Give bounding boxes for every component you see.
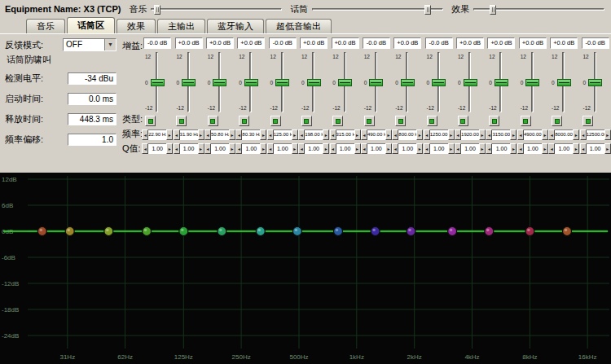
band-gain-input[interactable]: +0.0 dB bbox=[300, 37, 327, 49]
band-gain-slider[interactable]: 120-12 bbox=[548, 50, 579, 114]
band-q-input[interactable]: 1.00 bbox=[211, 143, 229, 154]
band-freq-input[interactable]: 8000.00 Hz bbox=[555, 129, 573, 140]
freq-decrement-button[interactable]: ◄ bbox=[267, 129, 274, 140]
band-gain-input[interactable]: +0.0 dB bbox=[519, 37, 547, 49]
q-decrement-button[interactable]: ◄ bbox=[235, 143, 242, 154]
q-decrement-button[interactable]: ◄ bbox=[455, 143, 461, 154]
band-q-input[interactable]: 1.00 bbox=[148, 143, 166, 154]
tab-0[interactable]: 音乐 bbox=[26, 19, 65, 33]
band-q-input[interactable]: 1.00 bbox=[524, 143, 542, 154]
slider-thumb[interactable] bbox=[182, 79, 196, 86]
band-q-input[interactable]: 1.00 bbox=[492, 143, 510, 154]
band-freq-input[interactable]: 80.30 Hz bbox=[242, 129, 260, 140]
q-increment-button[interactable]: ► bbox=[260, 143, 266, 154]
q-decrement-button[interactable]: ◄ bbox=[361, 143, 367, 154]
band-freq-input[interactable]: 800.00 Hz bbox=[398, 129, 416, 140]
q-increment-button[interactable]: ► bbox=[385, 143, 392, 154]
band-freq-input[interactable]: 4900.00 Hz bbox=[524, 129, 542, 140]
left-field-input-3[interactable]: 1.0 bbox=[68, 134, 116, 146]
band-q-input[interactable]: 1.00 bbox=[587, 143, 604, 154]
band-q-input[interactable]: 1.00 bbox=[336, 143, 354, 154]
band-type-button[interactable] bbox=[582, 116, 593, 126]
freq-decrement-button[interactable]: ◄ bbox=[361, 129, 367, 140]
band-q-input[interactable]: 1.00 bbox=[398, 143, 416, 154]
slider-thumb[interactable] bbox=[244, 79, 258, 86]
q-increment-button[interactable]: ► bbox=[292, 143, 298, 154]
band-gain-slider[interactable]: 120-12 bbox=[517, 50, 548, 114]
slider-thumb[interactable] bbox=[213, 79, 226, 86]
band-gain-input[interactable]: -0.0 dB bbox=[582, 37, 609, 49]
freq-increment-button[interactable]: ► bbox=[479, 129, 486, 140]
q-increment-button[interactable]: ► bbox=[416, 143, 423, 154]
band-q-input[interactable]: 1.00 bbox=[274, 143, 292, 154]
band-gain-slider[interactable]: 120-12 bbox=[424, 50, 455, 114]
band-q-input[interactable]: 1.00 bbox=[305, 143, 323, 154]
q-decrement-button[interactable]: ◄ bbox=[392, 143, 398, 154]
band-q-input[interactable]: 1.00 bbox=[430, 143, 448, 154]
band-gain-slider[interactable]: 120-12 bbox=[329, 50, 360, 114]
band-freq-input[interactable]: 490.00 Hz bbox=[367, 129, 385, 140]
band-type-button[interactable] bbox=[427, 116, 437, 126]
q-decrement-button[interactable]: ◄ bbox=[142, 143, 148, 154]
slider-thumb[interactable] bbox=[588, 79, 602, 86]
slider-thumb[interactable] bbox=[151, 79, 165, 86]
band-type-button[interactable] bbox=[145, 116, 156, 126]
band-gain-slider[interactable]: 120-12 bbox=[579, 50, 610, 114]
band-q-input[interactable]: 1.00 bbox=[555, 143, 573, 154]
top-slider-2[interactable] bbox=[473, 3, 604, 15]
freq-increment-button[interactable]: ► bbox=[542, 129, 548, 140]
band-freq-input[interactable]: 50.80 Hz bbox=[211, 129, 229, 140]
q-increment-button[interactable]: ► bbox=[542, 143, 548, 154]
top-slider-1[interactable] bbox=[312, 3, 443, 15]
band-freq-input[interactable]: 31.90 Hz bbox=[180, 129, 198, 140]
freq-increment-button[interactable]: ► bbox=[385, 129, 392, 140]
band-type-button[interactable] bbox=[301, 116, 312, 126]
band-q-input[interactable]: 1.00 bbox=[180, 143, 198, 154]
band-q-input[interactable]: 1.00 bbox=[242, 143, 260, 154]
band-freq-input[interactable]: 125.00 Hz bbox=[274, 129, 292, 140]
tab-2[interactable]: 效果 bbox=[116, 19, 156, 33]
band-gain-slider[interactable]: 120-12 bbox=[142, 50, 173, 114]
freq-decrement-button[interactable]: ◄ bbox=[298, 129, 305, 140]
slider-thumb[interactable] bbox=[490, 5, 496, 15]
slider-thumb[interactable] bbox=[464, 79, 477, 86]
left-field-input-2[interactable]: 448.3 ms bbox=[68, 113, 116, 125]
band-gain-input[interactable]: +0.0 dB bbox=[487, 37, 515, 49]
band-gain-slider[interactable]: 120-12 bbox=[486, 50, 516, 114]
q-increment-button[interactable]: ► bbox=[479, 143, 486, 154]
q-decrement-button[interactable]: ◄ bbox=[330, 143, 336, 154]
q-increment-button[interactable]: ► bbox=[354, 143, 361, 154]
tab-3[interactable]: 主输出 bbox=[157, 19, 205, 33]
slider-thumb[interactable] bbox=[557, 79, 571, 86]
band-type-button[interactable] bbox=[395, 116, 406, 126]
band-gain-slider[interactable]: 120-12 bbox=[298, 50, 329, 114]
eq-curve-graph[interactable]: 31Hz62Hz125Hz250Hz500Hz1kHz2kHz4kHz8kHz1… bbox=[0, 173, 611, 364]
freq-decrement-button[interactable]: ◄ bbox=[330, 129, 336, 140]
band-gain-slider[interactable]: 120-12 bbox=[204, 50, 235, 114]
tab-1[interactable]: 话筒区 bbox=[67, 17, 115, 33]
q-decrement-button[interactable]: ◄ bbox=[548, 143, 555, 154]
freq-decrement-button[interactable]: ◄ bbox=[580, 129, 587, 140]
q-decrement-button[interactable]: ◄ bbox=[204, 143, 211, 154]
band-type-button[interactable] bbox=[239, 116, 249, 126]
q-increment-button[interactable]: ► bbox=[604, 143, 611, 154]
left-field-input-0[interactable]: -34 dBu bbox=[68, 72, 116, 85]
band-gain-input[interactable]: -0.0 dB bbox=[363, 37, 390, 49]
band-type-button[interactable] bbox=[332, 116, 343, 126]
slider-thumb[interactable] bbox=[525, 79, 539, 86]
freq-increment-button[interactable]: ► bbox=[166, 129, 173, 140]
feedback-mode-dropdown[interactable]: OFF▼ bbox=[63, 38, 116, 51]
slider-thumb[interactable] bbox=[307, 79, 321, 86]
band-gain-input[interactable]: +0.0 dB bbox=[332, 37, 359, 49]
slider-thumb[interactable] bbox=[401, 79, 415, 86]
q-decrement-button[interactable]: ◄ bbox=[174, 143, 180, 154]
band-gain-slider[interactable]: 120-12 bbox=[235, 50, 266, 114]
left-field-input-1[interactable]: 0.0 ms bbox=[68, 93, 116, 105]
dropdown-arrow-icon[interactable]: ▼ bbox=[104, 39, 116, 50]
band-type-button[interactable] bbox=[552, 116, 562, 126]
band-type-button[interactable] bbox=[364, 116, 375, 126]
band-gain-slider[interactable]: 120-12 bbox=[173, 50, 204, 114]
band-freq-input[interactable]: 12500.00 Hz bbox=[587, 129, 604, 140]
band-freq-input[interactable]: 3150.00 Hz bbox=[492, 129, 510, 140]
freq-increment-button[interactable]: ► bbox=[416, 129, 423, 140]
